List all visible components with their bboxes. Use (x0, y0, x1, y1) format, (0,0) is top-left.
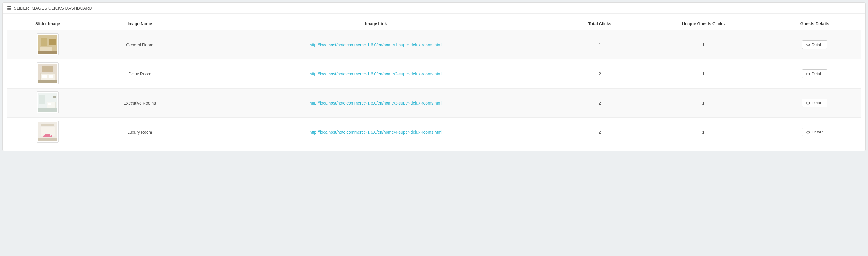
image-link[interactable]: http://localhost/hotelcommerce-1.6.0/en/… (310, 72, 442, 76)
cell-unique-guests-clicks: 1 (639, 59, 769, 88)
svg-rect-3 (8, 8, 11, 9)
svg-rect-8 (41, 38, 47, 46)
cell-image-name: Delux Room (89, 59, 191, 88)
svg-point-25 (807, 103, 808, 103)
svg-rect-23 (38, 108, 57, 112)
image-link[interactable]: http://localhost/hotelcommerce-1.6.0/en/… (310, 130, 442, 135)
svg-point-33 (807, 132, 808, 133)
eye-icon (806, 72, 810, 76)
dashboard-panel: SLIDER IMAGES CLICKS DASHBOARD Slider Im… (2, 2, 866, 151)
details-button[interactable]: Details (802, 128, 828, 136)
th-image-name: Image Name (89, 18, 191, 30)
svg-rect-9 (49, 39, 56, 46)
panel-heading: SLIDER IMAGES CLICKS DASHBOARD (3, 3, 865, 14)
svg-rect-0 (7, 6, 8, 7)
details-button[interactable]: Details (802, 40, 828, 49)
details-button-label: Details (812, 101, 824, 105)
table-row: Executive Rooms http://localhost/hotelco… (7, 88, 861, 118)
table-header-row: Slider Image Image Name Image Link Total… (7, 18, 861, 30)
cell-total-clicks: 1 (561, 30, 638, 59)
slider-image-thumbnail[interactable] (37, 62, 59, 84)
svg-rect-2 (7, 8, 8, 9)
svg-rect-13 (42, 66, 53, 72)
cell-guests-details: Details (768, 118, 861, 147)
svg-rect-27 (41, 124, 54, 126)
details-button-label: Details (812, 42, 824, 47)
panel-title: SLIDER IMAGES CLICKS DASHBOARD (14, 6, 92, 10)
cell-guests-details: Details (768, 88, 861, 118)
clicks-table: Slider Image Image Name Image Link Total… (7, 18, 861, 146)
th-total-clicks: Total Clicks (561, 18, 638, 30)
cell-image-link: http://localhost/hotelcommerce-1.6.0/en/… (191, 118, 561, 147)
svg-rect-32 (38, 138, 57, 141)
svg-point-11 (807, 44, 808, 45)
table-row: Delux Room http://localhost/hotelcommerc… (7, 59, 861, 88)
list-icon (7, 6, 11, 10)
cell-unique-guests-clicks: 1 (639, 88, 769, 118)
svg-rect-20 (39, 95, 45, 104)
cell-slider-image (7, 118, 89, 147)
svg-point-31 (51, 136, 52, 137)
table-row: General Room http://localhost/hotelcomme… (7, 30, 861, 59)
cell-slider-image (7, 88, 89, 118)
details-button-label: Details (812, 130, 824, 134)
details-button[interactable]: Details (802, 69, 828, 78)
th-guests-details: Guests Details (768, 18, 861, 30)
eye-icon (806, 101, 810, 105)
cell-image-name: General Room (89, 30, 191, 59)
svg-rect-5 (8, 9, 11, 10)
svg-rect-10 (38, 51, 57, 54)
cell-total-clicks: 2 (561, 88, 638, 118)
cell-slider-image (7, 30, 89, 59)
table-row: Luxury Room http://localhost/hotelcommer… (7, 118, 861, 147)
slider-image-thumbnail[interactable] (37, 33, 59, 55)
th-image-link: Image Link (191, 18, 561, 30)
eye-icon (806, 130, 810, 134)
th-slider-image: Slider Image (7, 18, 89, 30)
slider-image-thumbnail[interactable] (37, 91, 59, 113)
cell-slider-image (7, 59, 89, 88)
cell-image-name: Luxury Room (89, 118, 191, 147)
svg-rect-16 (49, 75, 53, 78)
cell-unique-guests-clicks: 1 (639, 118, 769, 147)
details-button[interactable]: Details (802, 98, 828, 107)
svg-rect-4 (7, 9, 8, 10)
cell-image-name: Executive Rooms (89, 88, 191, 118)
slider-image-thumbnail[interactable] (37, 120, 59, 143)
panel-body: Slider Image Image Name Image Link Total… (3, 14, 865, 150)
th-unique-guests-clicks: Unique Guests Clicks (639, 18, 769, 30)
cell-image-link: http://localhost/hotelcommerce-1.6.0/en/… (191, 30, 561, 59)
svg-rect-17 (38, 81, 57, 83)
cell-total-clicks: 2 (561, 118, 638, 147)
svg-rect-29 (45, 134, 50, 137)
image-link[interactable]: http://localhost/hotelcommerce-1.6.0/en/… (310, 101, 442, 106)
cell-guests-details: Details (768, 30, 861, 59)
cell-total-clicks: 2 (561, 59, 638, 88)
cell-image-link: http://localhost/hotelcommerce-1.6.0/en/… (191, 59, 561, 88)
svg-rect-15 (42, 75, 46, 78)
svg-rect-22 (49, 103, 51, 106)
svg-rect-1 (8, 6, 11, 7)
eye-icon (806, 43, 810, 47)
image-link[interactable]: http://localhost/hotelcommerce-1.6.0/en/… (310, 42, 442, 47)
details-button-label: Details (812, 72, 824, 76)
svg-point-30 (43, 136, 45, 137)
svg-rect-24 (53, 96, 56, 98)
cell-guests-details: Details (768, 59, 861, 88)
svg-point-18 (807, 73, 808, 74)
cell-image-link: http://localhost/hotelcommerce-1.6.0/en/… (191, 88, 561, 118)
cell-unique-guests-clicks: 1 (639, 30, 769, 59)
